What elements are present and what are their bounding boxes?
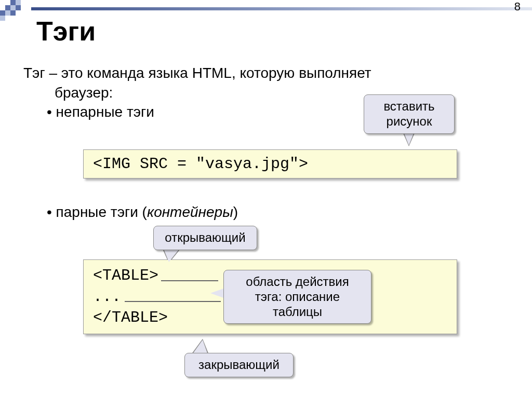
callout-tail [192, 340, 208, 354]
slide-decoration [0, 0, 532, 10]
bullet-paired: • парные тэги (контейнеры) [47, 204, 238, 221]
callout-opening-tag: открывающий [153, 226, 257, 250]
page-number: 8 [514, 0, 521, 13]
callout-tail [210, 288, 225, 298]
slide-title: Тэги [36, 16, 96, 47]
connector-line [161, 280, 218, 281]
callout-tail [164, 249, 179, 262]
bullet-paired-italic: контейнеры [147, 204, 233, 220]
callout-insert-image: вставить рисунок [364, 94, 455, 134]
bullet-paired-text: парные тэги ( [56, 204, 147, 220]
decoration-squares [0, 0, 31, 21]
code-example-unpaired: <IMG SRC = "vasya.jpg"> [83, 149, 457, 179]
connector-line [125, 301, 221, 302]
bullet-paired-close: ) [233, 204, 238, 220]
decoration-gradient-bar [31, 7, 532, 10]
callout-tag-scope: область действия тэга: описание таблицы [223, 270, 371, 324]
callout-closing-tag: закрывающий [184, 353, 294, 377]
intro-text-line1: Тэг – это команда языка HTML, которую вы… [23, 63, 511, 83]
